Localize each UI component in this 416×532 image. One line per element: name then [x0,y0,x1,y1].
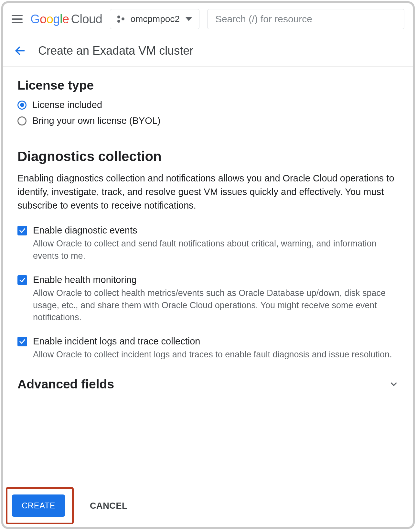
page-title-bar: Create an Exadata VM cluster [3,35,413,67]
checkbox-label: Enable diagnostic events [33,225,399,236]
search-input[interactable]: Search (/) for resource [207,9,404,29]
checkbox-health-monitoring[interactable]: Enable health monitoring Allow Oracle to… [17,275,399,324]
radio-selected-icon [17,101,27,110]
advanced-fields-heading: Advanced fields [17,377,114,391]
caret-down-icon [186,17,192,21]
google-cloud-logo: GoogleCloud [30,12,102,26]
chevron-down-icon [389,379,399,389]
top-bar: GoogleCloud omcpmpoc2 Search (/) for res… [3,3,413,35]
check-icon [17,337,27,346]
check-icon [17,275,27,285]
checkbox-diagnostic-events[interactable]: Enable diagnostic events Allow Oracle to… [17,225,399,262]
checkbox-subtext: Allow Oracle to collect and send fault n… [33,238,399,262]
radio-label: Bring your own license (BYOL) [32,115,161,126]
radio-label: License included [32,100,102,110]
radio-license-included[interactable]: License included [17,100,399,110]
radio-unselected-icon [17,116,27,125]
checkbox-label: Enable incident logs and trace collectio… [33,336,399,347]
project-icon [117,16,124,23]
checkbox-subtext: Allow Oracle to collect incident logs an… [33,349,399,361]
project-selector[interactable]: omcpmpoc2 [110,9,199,29]
back-arrow-icon[interactable] [14,44,27,57]
license-type-heading: License type [17,78,399,92]
project-name: omcpmpoc2 [130,14,180,24]
checkbox-label: Enable health monitoring [33,275,399,285]
check-icon [17,226,27,235]
checkbox-subtext: Allow Oracle to collect health metrics/e… [33,287,399,324]
search-placeholder: Search (/) for resource [215,14,312,25]
checkbox-incident-logs[interactable]: Enable incident logs and trace collectio… [17,336,399,361]
advanced-fields-toggle[interactable]: Advanced fields [17,377,399,391]
create-highlight-box: CREATE [6,487,74,524]
create-button[interactable]: CREATE [12,494,65,517]
radio-byol[interactable]: Bring your own license (BYOL) [17,115,399,126]
menu-icon[interactable] [12,15,23,23]
cancel-button[interactable]: CANCEL [88,501,129,511]
page-title: Create an Exadata VM cluster [38,44,193,58]
diagnostics-heading: Diagnostics collection [17,149,399,164]
diagnostics-description: Enabling diagnostics collection and noti… [17,171,399,212]
